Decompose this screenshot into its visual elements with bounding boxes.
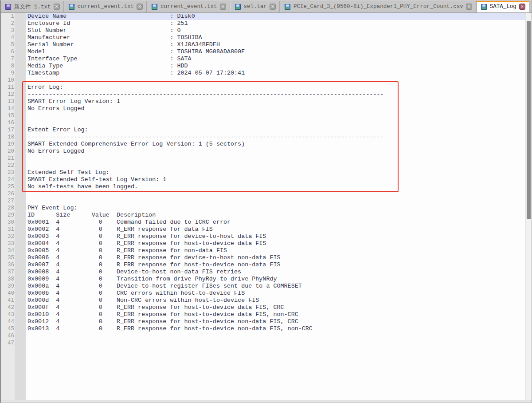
line-text[interactable]: ----------------------------------------… <box>26 91 532 98</box>
line-text[interactable] <box>26 155 532 162</box>
line-text[interactable]: No Errors Logged <box>26 148 532 155</box>
tab-close-icon[interactable]: ✕ <box>220 4 226 10</box>
line-text[interactable]: ----------------------------------------… <box>26 134 532 141</box>
line-text[interactable]: SMART Extended Self-test Log Version: 1 <box>26 176 532 183</box>
line-text[interactable]: 0x0001 4 0 Command failed due to ICRC er… <box>26 219 532 226</box>
line-text[interactable]: 0x0007 4 0 R_ERR response for host-to-de… <box>26 261 532 269</box>
line-number: 41 <box>1 297 14 304</box>
line-number: 1 <box>1 13 14 20</box>
tab-current-event-txt[interactable]: current_event.txt ✕ <box>147 1 230 12</box>
line-text[interactable] <box>26 190 532 198</box>
line-text[interactable]: ID Size Value Description <box>26 212 532 219</box>
line-text[interactable]: Media Type : HDD <box>26 63 532 70</box>
line-text[interactable] <box>26 77 532 84</box>
line-text[interactable] <box>26 112 532 119</box>
line-text[interactable]: 0x000a 4 0 Device-to-host register FISes… <box>26 283 532 290</box>
line-text[interactable]: No Errors Logged <box>26 105 532 112</box>
editor-line: 29 ID Size Value Description <box>1 212 532 219</box>
line-text[interactable]: Device Name : Disk0 <box>26 13 532 20</box>
tab-1-txt[interactable]: 新文件 1.txt ✕ <box>1 1 64 12</box>
editor-line: 17 Extent Error Log: <box>1 126 532 134</box>
editor-line: 18 -------------------------------------… <box>1 134 532 141</box>
line-text[interactable]: Interface Type : SATA <box>26 55 532 63</box>
line-text[interactable]: Extended Self Test Log: <box>26 169 532 176</box>
line-text[interactable]: Enclosure Id : 251 <box>26 20 532 27</box>
tab-bar: 新文件 1.txt ✕ current_event.txt ✕ current_… <box>1 0 532 13</box>
line-number: 46 <box>1 332 14 340</box>
line-text[interactable]: Extent Error Log: <box>26 126 532 134</box>
line-text[interactable]: 0x0008 4 0 Device-to-host non-data FIS r… <box>26 269 532 276</box>
tab-close-icon[interactable]: ✕ <box>466 4 472 10</box>
line-number: 21 <box>1 155 14 162</box>
line-number: 6 <box>1 48 14 55</box>
line-text[interactable]: 0x0002 4 0 R_ERR response for data FIS <box>26 226 532 233</box>
line-text[interactable]: Slot Number : 0 <box>26 27 532 34</box>
line-text[interactable]: SMART Error Log Version: 1 <box>26 98 532 105</box>
line-text[interactable]: 0x0009 4 0 Transition from drive PhyRdy … <box>26 276 532 283</box>
line-number: 30 <box>1 219 14 226</box>
line-text[interactable]: Serial Number : X1J0A34BFDEH <box>26 41 532 48</box>
editor-line: 41 0x000d 4 0 Non-CRC errors within host… <box>1 297 532 304</box>
tab-close-icon[interactable]: ✕ <box>519 4 525 10</box>
window-bottom-edge <box>1 400 532 403</box>
editor-line: 7 Interface Type : SATA <box>1 55 532 63</box>
line-number: 34 <box>1 247 14 254</box>
tab-pcie-card-3-9560-8i-expander1-phy-error-count-csv[interactable]: PCIe_Card_3_(9560-8i)_Expander1_PHY_Erro… <box>280 1 476 12</box>
line-text[interactable] <box>26 162 532 169</box>
floppy-disk-icon <box>284 4 291 10</box>
line-text[interactable]: 0x0006 4 0 R_ERR response for device-to-… <box>26 254 532 261</box>
tab-sata-log[interactable]: SATA_Log ✕ <box>476 1 529 12</box>
line-text[interactable]: No self-tests have been logged. <box>26 183 532 190</box>
line-text[interactable] <box>26 198 532 205</box>
line-text[interactable]: 0x000f 4 0 R_ERR response for host-to-de… <box>26 304 532 311</box>
line-text[interactable]: Timestamp : 2024-05-07 17:20:41 <box>26 70 532 77</box>
line-text[interactable]: 0x0012 4 0 R_ERR response for host-to-de… <box>26 318 532 325</box>
tab-sel-tar[interactable]: sel.tar ✕ <box>230 1 280 12</box>
line-number: 23 <box>1 169 14 176</box>
line-text[interactable]: 0x0003 4 0 R_ERR response for device-to-… <box>26 233 532 240</box>
editor-line: 43 0x0010 4 0 R_ERR response for host-to… <box>1 311 532 318</box>
editor-line: 23 Extended Self Test Log: <box>1 169 532 176</box>
scrollbar-thumb[interactable] <box>527 21 531 219</box>
line-text[interactable]: 0x0013 4 0 R_ERR response for host-to-de… <box>26 325 532 332</box>
line-number: 3 <box>1 27 14 34</box>
editor-line: 30 0x0001 4 0 Command failed due to ICRC… <box>1 219 532 226</box>
line-text[interactable]: 0x0004 4 0 R_ERR response for host-to-de… <box>26 240 532 247</box>
tab-close-icon[interactable]: ✕ <box>270 4 276 10</box>
editor-line: 47 <box>1 340 532 347</box>
line-number: 26 <box>1 190 14 198</box>
line-number: 15 <box>1 112 14 119</box>
editor-line: 31 0x0002 4 0 R_ERR response for data FI… <box>1 226 532 233</box>
line-text[interactable] <box>26 119 532 126</box>
editor-line: 10 <box>1 77 532 84</box>
line-number: 47 <box>1 340 14 347</box>
editor-line: 14 No Errors Logged <box>1 105 532 112</box>
line-text[interactable]: 0x000b 4 0 CRC errors within host-to-dev… <box>26 290 532 297</box>
line-text[interactable]: 0x000d 4 0 Non-CRC errors within host-to… <box>26 297 532 304</box>
vertical-scrollbar[interactable] <box>525 13 532 400</box>
line-number: 42 <box>1 304 14 311</box>
line-text[interactable]: 0x0010 4 0 R_ERR response for host-to-de… <box>26 311 532 318</box>
line-text[interactable] <box>26 332 532 340</box>
tab-current-event-txt[interactable]: current_event.txt ✕ <box>64 1 147 12</box>
line-text[interactable]: Model : TOSHIBA MG08ADA800E <box>26 48 532 55</box>
tab-close-icon[interactable]: ✕ <box>137 4 143 10</box>
line-text[interactable]: 0x0005 4 0 R_ERR response for non-data F… <box>26 247 532 254</box>
line-text[interactable]: Manufacturer : TOSHIBA <box>26 34 532 41</box>
editor-line: 1 Device Name : Disk0 <box>1 13 532 20</box>
line-number: 9 <box>1 70 14 77</box>
editor-line: 39 0x000a 4 0 Device-to-host register FI… <box>1 283 532 290</box>
editor-line: 4 Manufacturer : TOSHIBA <box>1 34 532 41</box>
floppy-disk-icon <box>235 4 241 10</box>
line-text[interactable]: Error Log: <box>26 84 532 91</box>
line-number: 4 <box>1 34 14 41</box>
editor-line: 15 <box>1 112 532 119</box>
editor-area[interactable]: 1 Device Name : Disk0 2 Enclosure Id : 2… <box>1 13 532 400</box>
editor-line: 28 PHY Event Log: <box>1 205 532 212</box>
line-text[interactable] <box>26 340 532 347</box>
editor-line: 11 Error Log: <box>1 84 532 91</box>
tab-close-icon[interactable]: ✕ <box>54 4 60 10</box>
editor-line: 36 0x0007 4 0 R_ERR response for host-to… <box>1 261 532 269</box>
line-text[interactable]: SMART Extended Comprehensive Error Log V… <box>26 141 532 148</box>
line-text[interactable]: PHY Event Log: <box>26 205 532 212</box>
